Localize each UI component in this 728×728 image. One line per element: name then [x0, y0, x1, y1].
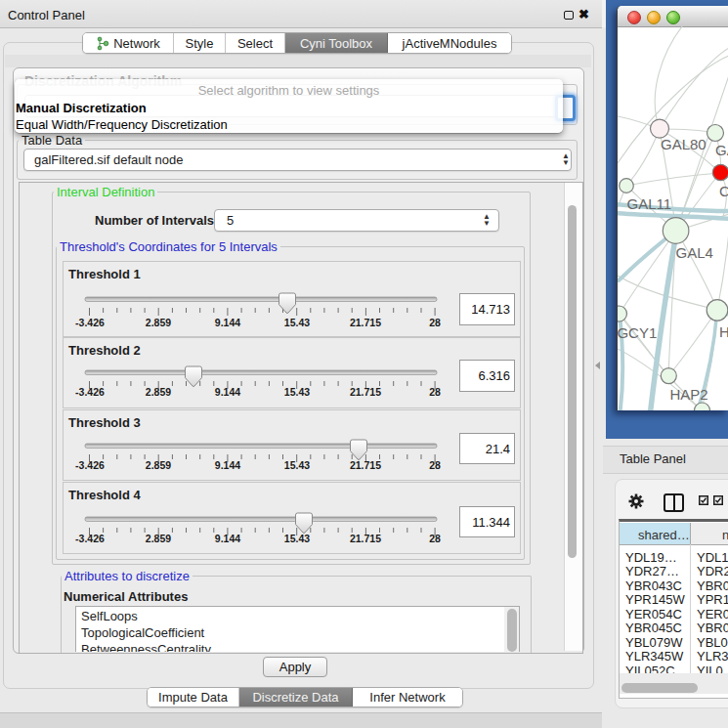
svg-text:H: H	[719, 323, 728, 340]
svg-text:GA: GA	[715, 142, 728, 158]
svg-text:GAL80: GAL80	[661, 136, 707, 152]
svg-text:GAL4: GAL4	[676, 244, 713, 261]
svg-text:GAL11: GAL11	[627, 195, 672, 212]
svg-text:GCY1: GCY1	[618, 324, 657, 341]
svg-text:HAP2: HAP2	[670, 386, 708, 403]
svg-text:C: C	[719, 183, 728, 199]
